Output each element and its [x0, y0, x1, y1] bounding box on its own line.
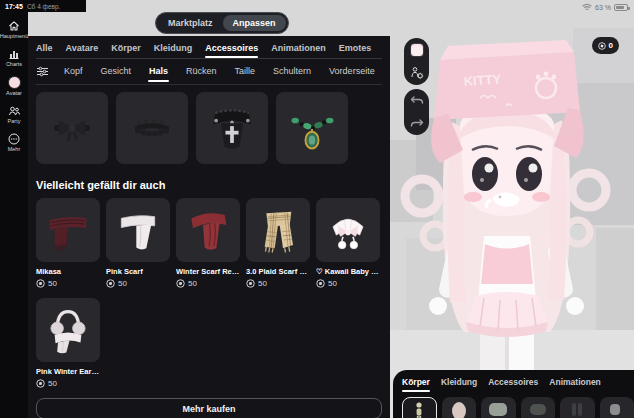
item-card-pink-earmuffs[interactable]: Pink Winter Earmu... 50: [36, 298, 100, 388]
item-card-mikasa[interactable]: Mikasa 50: [36, 198, 100, 288]
torso-icon: [487, 400, 509, 418]
suggestions-heading: Vielleicht gefällt dir auch: [36, 179, 382, 191]
editor-tab-koerper[interactable]: Körper: [402, 377, 430, 392]
redo-button[interactable]: [407, 114, 426, 133]
item-thumbnail: [176, 198, 240, 262]
date: Сб 4 февр.: [27, 3, 60, 10]
item-price: 50: [36, 279, 100, 288]
item-card-winter-scarf-red[interactable]: Winter Scarf Red 3.0 50: [176, 198, 240, 288]
category-tab-alle[interactable]: Alle: [36, 43, 53, 58]
redo-icon: [410, 118, 424, 130]
price-value: 50: [188, 279, 197, 288]
robux-icon: [106, 279, 115, 288]
body-option-partial[interactable]: [600, 397, 634, 418]
robux-balance-badge[interactable]: 0: [592, 37, 619, 54]
editor-tab-accessoires[interactable]: Accessoires: [488, 377, 538, 392]
rail-item-avatar[interactable]: Avatar: [0, 76, 28, 96]
price-value: 50: [48, 279, 57, 288]
battery-percent: 63 %: [595, 4, 611, 11]
mannequin-icon: [412, 401, 426, 418]
neck-item-black-cross-choker[interactable]: [196, 92, 268, 164]
body-settings-button[interactable]: [407, 64, 426, 83]
clock: 17:45: [5, 3, 23, 10]
subcategory-tab-gesicht[interactable]: Gesicht: [92, 60, 141, 83]
suggestions-row-2: Pink Winter Earmu... 50: [36, 298, 382, 388]
green-bead-necklace-image: [284, 100, 340, 156]
svg-text:KITTY: KITTY: [463, 71, 502, 89]
robux-icon: [598, 42, 606, 50]
buy-more-button[interactable]: Mehr kaufen: [36, 398, 382, 418]
tab-marktplatz[interactable]: Marktplatz: [158, 15, 223, 31]
neck-item-black-bow-choker[interactable]: [36, 92, 108, 164]
subcategory-tabs: Kopf Gesicht Hals Rücken Taille Schulter…: [36, 59, 382, 85]
wifi-icon: [582, 3, 592, 11]
more-icon: [8, 133, 20, 145]
rail-item-charts[interactable]: Charts: [0, 48, 28, 67]
subcategory-tab-ruecken[interactable]: Rücken: [177, 60, 226, 83]
category-tab-kleidung[interactable]: Kleidung: [154, 43, 193, 58]
item-price: 50: [316, 279, 380, 288]
robux-icon: [36, 379, 45, 388]
pink-earmuffs-image: [43, 305, 93, 355]
avatar-icon: [8, 76, 21, 89]
subcategory-tab-hals[interactable]: Hals: [140, 60, 177, 83]
category-tab-accessoires[interactable]: Accessoires: [205, 43, 258, 58]
undo-icon: [410, 95, 424, 107]
item-name: Pink Scarf: [106, 267, 170, 276]
editor-tabs: Körper Kleidung Accessoires Animationen: [402, 377, 634, 392]
roblox-avatar-editor: KITTY 17:45 Сб 4 февр. 63 % Marktplatz A…: [0, 0, 634, 418]
black-bow-choker-image: [44, 100, 100, 156]
left-rail: Hauptmenü Charts Avatar Party: [0, 0, 28, 418]
category-tab-avatare[interactable]: Avatare: [66, 43, 99, 58]
filter-button[interactable]: [36, 66, 55, 77]
rail-label: Mehr: [8, 146, 21, 152]
legs-icon: [608, 400, 626, 418]
subcategory-tab-ausruestung[interactable]: Ausrüst: [384, 60, 390, 83]
item-thumbnail: [106, 198, 170, 262]
avatar-editor-panel: Körper Kleidung Accessoires Animationen: [393, 370, 634, 418]
status-bar-right: 63 %: [582, 2, 628, 12]
category-tab-emotes[interactable]: Emotes: [339, 43, 372, 58]
body-option-head[interactable]: [442, 397, 476, 418]
category-tab-koerper[interactable]: Körper: [111, 43, 141, 58]
undo-button[interactable]: [407, 91, 426, 110]
body-option-torso-2[interactable]: [521, 397, 555, 418]
item-price: 50: [106, 279, 170, 288]
black-lace-choker-image: [124, 100, 180, 156]
filter-icon: [36, 66, 49, 77]
body-option-torso-1[interactable]: [481, 397, 515, 418]
avatar-thumbnail-toggle[interactable]: [407, 40, 426, 59]
category-tabs: Alle Avatare Körper Kleidung Accessoires…: [36, 36, 382, 59]
winter-scarf-red-image: [183, 205, 233, 255]
rail-item-hauptmenu[interactable]: Hauptmenü: [0, 20, 28, 39]
rail-item-party[interactable]: Party: [0, 105, 28, 124]
neck-item-black-lace-choker[interactable]: [116, 92, 188, 164]
item-thumbnail: [36, 298, 100, 362]
robux-icon: [36, 279, 45, 288]
item-card-kawaii-collar[interactable]: ♡ Kawaii Baby Pink ... 50: [316, 198, 380, 288]
price-value: 50: [48, 379, 57, 388]
rail-label: Hauptmenü: [0, 33, 28, 39]
editor-tab-animationen[interactable]: Animationen: [549, 377, 600, 392]
subcategory-tab-vorderseite[interactable]: Vorderseite: [320, 60, 384, 83]
black-cross-choker-image: [204, 100, 260, 156]
body-options-row: [402, 397, 634, 418]
item-name: 3.0 Plaid Scarf Beig...: [246, 267, 310, 276]
body-gear-icon: [410, 66, 424, 80]
neck-item-green-bead-necklace[interactable]: [276, 92, 348, 164]
rail-item-mehr[interactable]: Mehr: [0, 133, 28, 152]
subcategory-tab-schultern[interactable]: Schultern: [264, 60, 320, 83]
body-option-full-figure[interactable]: [402, 397, 437, 418]
item-card-plaid-scarf[interactable]: 3.0 Plaid Scarf Beig... 50: [246, 198, 310, 288]
subcategory-tab-taille[interactable]: Taille: [226, 60, 265, 83]
category-tab-animationen[interactable]: Animationen: [271, 43, 326, 58]
item-name: Winter Scarf Red 3.0: [176, 267, 240, 276]
pink-scarf-image: [113, 205, 163, 255]
subcategory-tab-kopf[interactable]: Kopf: [55, 60, 92, 83]
battery-icon: [614, 4, 628, 11]
body-option-arms[interactable]: [560, 397, 594, 418]
editor-tab-kleidung[interactable]: Kleidung: [441, 377, 477, 392]
item-card-pink-scarf[interactable]: Pink Scarf 50: [106, 198, 170, 288]
rail-label: Charts: [6, 61, 22, 67]
tab-anpassen[interactable]: Anpassen: [223, 15, 286, 31]
